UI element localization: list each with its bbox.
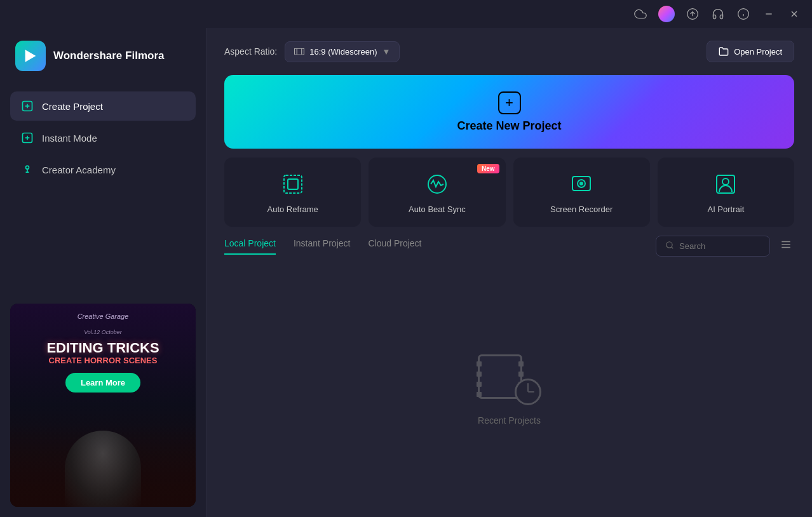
banner-silhouette: [65, 431, 141, 507]
feature-card-screen-recorder[interactable]: Screen Recorder: [513, 158, 650, 227]
tab-local-project[interactable]: Local Project: [224, 238, 276, 255]
ai-portrait-icon: [712, 170, 740, 198]
empty-state-text: Recent Projects: [478, 415, 541, 426]
sidebar-item-creator-academy[interactable]: Creator Academy: [10, 155, 196, 184]
filmora-logo-icon: [15, 41, 46, 71]
project-tabs: Local Project Instant Project Cloud Proj…: [224, 238, 656, 255]
search-box[interactable]: [656, 236, 770, 257]
project-section: Local Project Instant Project Cloud Proj…: [224, 236, 794, 507]
tab-cloud-project[interactable]: Cloud Project: [368, 238, 421, 255]
search-input[interactable]: [679, 241, 755, 251]
ai-portrait-label: AI Portrait: [707, 205, 744, 214]
svg-rect-19: [284, 175, 302, 193]
svg-point-26: [722, 178, 729, 185]
new-badge: New: [477, 164, 499, 173]
feature-cards-grid: Auto Reframe New Auto Beat Sync: [224, 158, 794, 227]
sidebar-item-instant-mode[interactable]: Instant Mode: [10, 123, 196, 152]
svg-point-27: [667, 242, 672, 248]
svg-marker-8: [25, 50, 36, 62]
aspect-ratio-value: 16:9 (Widescreen): [309, 47, 377, 57]
svg-point-15: [26, 166, 29, 169]
banner-learn-more-button[interactable]: Learn More: [65, 373, 140, 393]
instant-mode-icon: [20, 131, 34, 145]
empty-state: Recent Projects: [224, 267, 794, 507]
open-project-button[interactable]: Open Project: [707, 41, 794, 62]
empty-projects-icon: [478, 348, 541, 405]
close-icon[interactable]: [787, 6, 802, 22]
tab-instant-project[interactable]: Instant Project: [294, 238, 351, 255]
upload-icon[interactable]: [685, 6, 700, 22]
headphones-icon[interactable]: [710, 6, 726, 22]
svg-line-28: [672, 247, 673, 249]
banner-subtitle2: Vol.12 October: [84, 329, 122, 335]
clock-hand: [527, 383, 529, 392]
project-tabs-bar: Local Project Instant Project Cloud Proj…: [224, 236, 794, 257]
svg-rect-16: [295, 48, 304, 55]
banner-main-text: EDITING TRICKS: [46, 340, 159, 356]
aspect-ratio-section: Aspect Ratio: 16:9 (Widescreen) ▼: [224, 41, 400, 62]
feature-card-ai-portrait[interactable]: AI Portrait: [658, 158, 794, 227]
cloud-icon[interactable]: [633, 6, 648, 22]
auto-beat-sync-label: Auto Beat Sync: [409, 205, 466, 214]
avatar-icon[interactable]: [658, 6, 675, 22]
creator-academy-icon: [20, 163, 34, 177]
info-icon[interactable]: [736, 6, 751, 22]
aspect-ratio-dropdown[interactable]: 16:9 (Widescreen) ▼: [285, 41, 400, 62]
open-project-label: Open Project: [734, 47, 782, 57]
create-new-project-label: Create New Project: [457, 119, 561, 133]
sidebar-logo: Wondershare Filmora: [0, 28, 206, 84]
search-area: [656, 236, 794, 257]
sidebar-navigation: Create Project Instant Mode Creator Acad…: [0, 84, 206, 192]
sidebar: Wondershare Filmora Create Project Insta…: [0, 28, 206, 517]
minimize-icon[interactable]: [761, 6, 776, 22]
main-layout: Wondershare Filmora Create Project Insta…: [0, 28, 812, 517]
dropdown-arrow-icon: ▼: [382, 47, 390, 57]
auto-reframe-label: Auto Reframe: [267, 205, 318, 214]
top-bar: Aspect Ratio: 16:9 (Widescreen) ▼ Open P…: [206, 28, 812, 75]
list-view-icon[interactable]: [778, 236, 794, 256]
content-area: Aspect Ratio: 16:9 (Widescreen) ▼ Open P…: [206, 28, 812, 517]
title-bar: [0, 0, 812, 28]
app-name: Wondershare Filmora: [53, 49, 164, 63]
clock-hand-short: [528, 391, 534, 393]
sidebar-banner: Creative Garage Vol.12 October EDITING T…: [10, 304, 196, 507]
auto-beat-sync-icon: [423, 170, 451, 198]
aspect-ratio-label: Aspect Ratio:: [224, 46, 277, 57]
sidebar-item-label: Create Project: [42, 101, 103, 112]
banner-subtitle1: Creative Garage: [78, 312, 129, 320]
clock-icon: [515, 379, 541, 405]
auto-reframe-icon: [279, 170, 307, 198]
sidebar-item-label: Instant Mode: [42, 133, 97, 144]
create-project-icon: [20, 99, 34, 113]
feature-card-auto-reframe[interactable]: Auto Reframe: [224, 158, 361, 227]
search-icon: [665, 241, 674, 252]
feature-card-auto-beat-sync[interactable]: New Auto Beat Sync: [369, 158, 505, 227]
screen-recorder-label: Screen Recorder: [550, 205, 612, 214]
banner-sub-text: CREATE HORROR SCENES: [49, 356, 158, 365]
create-new-project-banner[interactable]: + Create New Project: [224, 75, 794, 149]
sidebar-item-create-project[interactable]: Create Project: [10, 91, 196, 121]
create-new-project-icon: +: [498, 91, 521, 114]
svg-rect-20: [288, 179, 298, 189]
banner-figure: [10, 424, 196, 507]
screen-recorder-icon: [567, 170, 595, 198]
sidebar-item-label: Creator Academy: [42, 164, 116, 175]
svg-point-24: [580, 182, 583, 185]
